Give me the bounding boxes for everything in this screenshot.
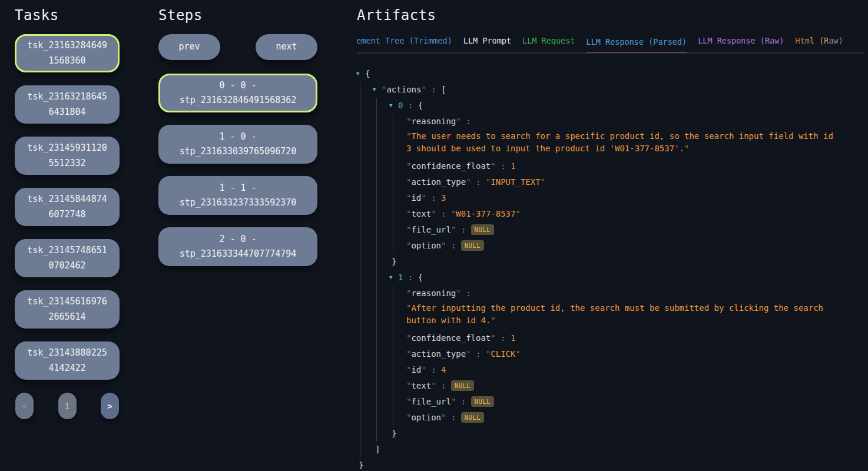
json-token: : (471, 177, 486, 187)
json-token: " (515, 209, 520, 218)
artifacts-panel: Artifacts Element Tree (Trimmed)LLM Prom… (357, 7, 864, 471)
json-token: : (446, 413, 460, 422)
json-key: text (411, 381, 431, 390)
json-token: " (491, 316, 495, 325)
json-row: ▼{ (357, 66, 864, 82)
json-token: [ (441, 85, 446, 94)
json-token: } (392, 257, 396, 266)
json-long-string: "The user needs to search for a specific… (406, 130, 836, 155)
json-row: ] (373, 442, 864, 457)
steps-nav: prev next (158, 34, 317, 60)
json-key: option (411, 413, 441, 422)
collapse-arrow-icon[interactable]: ▼ (389, 98, 398, 114)
json-row: ▼0 : { (390, 98, 864, 114)
json-token: : (456, 397, 471, 406)
artifact-tab[interactable]: LLM Response (Parsed) (587, 37, 687, 54)
json-key: actions (386, 85, 421, 94)
json-row: "text" : "W01-377-8537" (406, 206, 864, 222)
json-token: { (365, 69, 370, 78)
json-key: file_url (411, 397, 450, 406)
artifacts-tabbar: Element Tree (Trimmed)LLM PromptLLM Requ… (357, 36, 864, 54)
json-viewer: ▼{▼"actions" : [▼0 : {"reasoning" :"The … (357, 66, 864, 471)
json-string: INPUT_TEXT (491, 177, 540, 187)
json-token: " (491, 161, 495, 171)
json-token: " (456, 117, 460, 126)
tasks-pagination: < 1 > (15, 393, 120, 419)
collapse-arrow-icon[interactable]: ▼ (389, 270, 398, 286)
json-number: 1 (511, 333, 515, 343)
json-row: "action_type" : "INPUT_TEXT" (406, 174, 864, 190)
json-key: reasoning (411, 117, 456, 126)
json-key: id (411, 193, 421, 203)
json-row: "text" : NULL (406, 378, 864, 394)
artifact-tab[interactable]: Element Tree (Trimmed) (357, 36, 452, 52)
json-row: "confidence_float" : 1 (406, 158, 864, 174)
json-token: : (456, 225, 471, 234)
json-token: " (491, 333, 495, 343)
steps-prev-button[interactable]: prev (158, 34, 220, 60)
step-button[interactable]: 1 - 0 - stp_231633039765096720 (158, 125, 317, 164)
task-button[interactable]: tsk_231632846491568360 (15, 34, 120, 72)
pagination-prev-button[interactable]: < (15, 393, 34, 419)
task-button[interactable]: tsk_231458448746072748 (15, 188, 120, 226)
json-token: : (436, 381, 451, 390)
json-children: "reasoning" :"After inputting the produc… (393, 286, 864, 426)
steps-next-button[interactable]: next (256, 34, 317, 60)
artifacts-title: Artifacts (357, 7, 864, 24)
json-row: "id" : 4 (406, 362, 864, 378)
json-key: id (411, 365, 421, 374)
step-button[interactable]: 0 - 0 - stp_231632846491568362 (158, 74, 317, 112)
task-button[interactable]: tsk_231438802254142422 (15, 341, 120, 380)
json-string: CLICK (491, 349, 515, 359)
json-token: " (456, 288, 460, 298)
pagination-page-button[interactable]: 1 (58, 393, 77, 419)
json-token: " (431, 381, 436, 390)
json-number: 1 (511, 161, 515, 171)
json-token: " (466, 349, 471, 359)
json-row: ▼1 : { (390, 270, 864, 286)
collapse-arrow-icon[interactable]: ▼ (356, 66, 365, 82)
json-key: action_type (411, 349, 466, 359)
json-token: : (403, 101, 418, 110)
task-button[interactable]: tsk_231632186456431804 (15, 85, 120, 124)
json-children: ▼0 : {"reasoning" :"The user needs to se… (376, 98, 864, 442)
json-row: ▼"actions" : [ (373, 82, 864, 98)
json-row: "file_url" : NULL (406, 394, 864, 410)
json-token: : (436, 209, 451, 218)
json-row: "reasoning" : (406, 114, 864, 130)
json-row: "file_url" : NULL (406, 222, 864, 238)
json-string: The user needs to search for a specific … (406, 131, 838, 153)
json-children: ▼"actions" : [▼0 : {"reasoning" :"The us… (360, 82, 864, 457)
json-key: confidence_float (411, 333, 491, 343)
json-token: : (471, 349, 486, 359)
json-token: : (446, 241, 460, 250)
artifact-tab[interactable]: LLM Prompt (463, 36, 511, 52)
json-row: "confidence_float" : 1 (406, 330, 864, 346)
json-key: text (411, 209, 431, 218)
step-button[interactable]: 1 - 1 - stp_231633237333592370 (158, 176, 317, 215)
json-token: " (431, 209, 436, 218)
collapse-arrow-icon[interactable]: ▼ (373, 82, 382, 98)
json-row: "action_type" : "CLICK" (406, 346, 864, 362)
json-token: { (418, 101, 423, 110)
step-button[interactable]: 2 - 0 - stp_231633344707774794 (158, 227, 317, 266)
json-token: " (421, 365, 426, 374)
step-list: 0 - 0 - stp_2316328464915683621 - 0 - st… (158, 74, 317, 266)
steps-column: Steps prev next 0 - 0 - stp_231632846491… (158, 7, 317, 278)
json-token: " (541, 177, 545, 187)
json-token: : (426, 85, 441, 94)
artifact-tab[interactable]: Html (Raw) (796, 36, 843, 52)
task-button[interactable]: tsk_231457486510702462 (15, 239, 120, 277)
pagination-next-button[interactable]: > (101, 393, 119, 419)
json-token: : (426, 365, 441, 374)
null-badge: NULL (471, 396, 494, 407)
task-button[interactable]: tsk_231456169762665614 (15, 290, 120, 329)
artifact-tab[interactable]: LLM Response (Raw) (698, 36, 784, 52)
json-key: file_url (411, 225, 450, 234)
json-token: } (359, 460, 363, 470)
json-token: { (418, 273, 423, 282)
json-key: option (411, 241, 441, 250)
task-button[interactable]: tsk_231459311205512332 (15, 137, 120, 175)
artifact-tab[interactable]: LLM Request (522, 36, 575, 52)
steps-title: Steps (158, 7, 317, 24)
